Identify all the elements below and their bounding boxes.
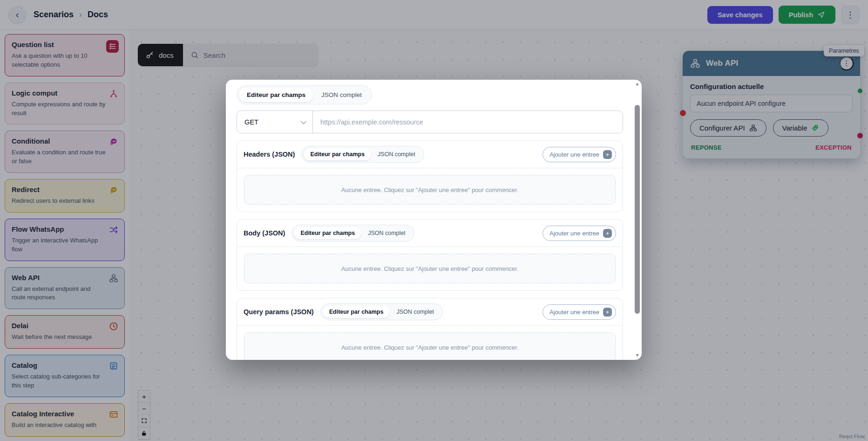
add-entry-label: Ajouter une entree bbox=[549, 230, 599, 237]
body-section-header: Body (JSON) Editeur par champs JSON comp… bbox=[237, 220, 623, 247]
tab-field-editor[interactable]: Editeur par champs bbox=[323, 306, 390, 318]
empty-state: Aucune entree. Cliquez sur "Ajouter une … bbox=[244, 254, 616, 283]
tab-full-json[interactable]: JSON complet bbox=[371, 148, 422, 160]
query-params-section-header: Query params (JSON) Editeur par champs J… bbox=[237, 298, 623, 326]
body-section: Body (JSON) Editeur par champs JSON comp… bbox=[237, 219, 623, 291]
scroll-down-icon[interactable]: ▼ bbox=[635, 352, 639, 358]
tab-full-json[interactable]: JSON complet bbox=[361, 227, 412, 239]
headers-mode-tabs: Editeur par champs JSON complet bbox=[301, 146, 424, 163]
empty-state-text: Aucune entree. Cliquez sur "Ajouter une … bbox=[341, 265, 519, 272]
add-entry-button[interactable]: Ajouter une entree + bbox=[542, 147, 616, 162]
section-label: Body (JSON) bbox=[244, 229, 285, 237]
add-entry-button[interactable]: Ajouter une entree + bbox=[542, 304, 616, 320]
editor-mode-tabs: Editeur par champs JSON complet bbox=[237, 85, 372, 104]
add-entry-label: Ajouter une entree bbox=[549, 151, 599, 158]
query-params-mode-tabs: Editeur par champs JSON complet bbox=[320, 303, 443, 320]
body-section-body: Aucune entree. Cliquez sur "Ajouter une … bbox=[237, 247, 623, 290]
app-root: ‹ Scenarios › Docs Save changes Publish … bbox=[0, 0, 868, 441]
empty-state-text: Aucune entree. Cliquez sur "Ajouter une … bbox=[341, 344, 519, 351]
body-mode-tabs: Editeur par champs JSON complet bbox=[292, 225, 414, 241]
add-entry-button[interactable]: Ajouter une entree + bbox=[542, 226, 616, 241]
scroll-up-icon[interactable]: ▲ bbox=[635, 81, 639, 87]
empty-state: Aucune entree. Cliquez sur "Ajouter une … bbox=[244, 332, 616, 360]
add-entry-label: Ajouter une entree bbox=[549, 309, 599, 316]
http-method-select[interactable]: GET bbox=[237, 111, 313, 133]
query-params-section: Query params (JSON) Editeur par champs J… bbox=[237, 298, 623, 360]
headers-section-body: Aucune entree. Cliquez sur "Ajouter une … bbox=[237, 168, 623, 212]
plus-icon: + bbox=[603, 308, 612, 317]
url-input[interactable] bbox=[313, 111, 623, 133]
tab-field-editor[interactable]: Editeur par champs bbox=[294, 227, 361, 239]
web-api-editor-modal: Editeur par champs JSON complet GET Head… bbox=[226, 80, 642, 360]
modal-scrollbar[interactable]: ▲ ▼ bbox=[634, 81, 640, 358]
plus-icon: + bbox=[603, 229, 612, 238]
headers-section: Headers (JSON) Editeur par champs JSON c… bbox=[237, 140, 623, 212]
headers-section-header: Headers (JSON) Editeur par champs JSON c… bbox=[237, 141, 623, 168]
chevron-down-icon bbox=[301, 118, 307, 124]
empty-state: Aucune entree. Cliquez sur "Ajouter une … bbox=[244, 175, 616, 205]
tab-full-json[interactable]: JSON complet bbox=[390, 306, 441, 318]
tab-field-editor[interactable]: Editeur par champs bbox=[239, 88, 313, 102]
section-label: Headers (JSON) bbox=[244, 151, 295, 158]
empty-state-text: Aucune entree. Cliquez sur "Ajouter une … bbox=[341, 186, 519, 193]
request-url-row: GET bbox=[237, 110, 623, 133]
section-label: Query params (JSON) bbox=[244, 308, 314, 316]
scrollbar-track[interactable] bbox=[634, 87, 640, 352]
query-params-section-body: Aucune entree. Cliquez sur "Ajouter une … bbox=[237, 326, 623, 360]
http-method-value: GET bbox=[244, 118, 258, 126]
plus-icon: + bbox=[603, 150, 612, 159]
tab-full-json[interactable]: JSON complet bbox=[313, 88, 370, 102]
tab-field-editor[interactable]: Editeur par champs bbox=[304, 148, 371, 160]
scrollbar-thumb[interactable] bbox=[635, 105, 640, 314]
